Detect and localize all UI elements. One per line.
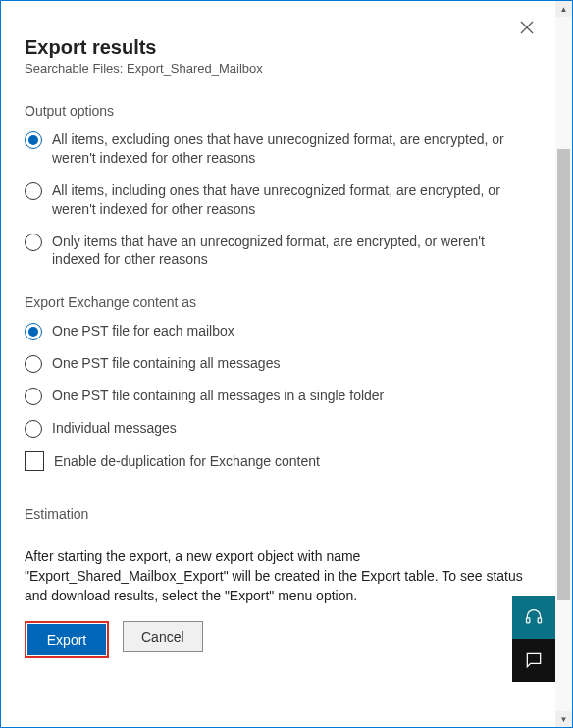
exchange-option-2-label: One PST file containing all messages in … <box>52 387 384 405</box>
exchange-option-0-label: One PST file for each mailbox <box>52 322 234 340</box>
radio-icon <box>25 131 42 149</box>
checkbox-icon <box>25 451 44 471</box>
exchange-option-3-label: Individual messages <box>52 419 177 438</box>
close-icon <box>520 21 534 34</box>
estimation-heading: Estimation <box>25 506 532 522</box>
radio-icon <box>25 355 42 373</box>
vertical-scrollbar[interactable]: ▲ ▼ <box>555 1 572 727</box>
radio-icon <box>25 420 42 438</box>
page-title: Export results <box>25 23 532 59</box>
svg-rect-2 <box>527 618 530 623</box>
exchange-option-3[interactable]: Individual messages <box>25 419 532 438</box>
help-widget[interactable] <box>512 596 555 639</box>
output-option-2[interactable]: Only items that have an unrecognized for… <box>25 233 532 270</box>
exchange-option-2[interactable]: One PST file containing all messages in … <box>25 387 532 405</box>
headset-icon <box>524 607 544 627</box>
radio-icon <box>25 388 42 405</box>
svg-rect-3 <box>538 618 541 623</box>
output-options-heading: Output options <box>25 103 532 119</box>
export-results-panel: Export results Searchable Files: Export_… <box>0 0 573 728</box>
scroll-down-arrow[interactable]: ▼ <box>555 711 572 727</box>
close-button[interactable] <box>516 17 538 38</box>
exchange-option-1-label: One PST file containing all messages <box>52 354 280 373</box>
output-option-1[interactable]: All items, including ones that have unre… <box>25 182 532 219</box>
subtitle-prefix: Searchable Files: <box>25 61 127 76</box>
radio-icon <box>25 323 42 340</box>
scroll-track[interactable] <box>555 17 572 711</box>
exchange-option-1[interactable]: One PST file containing all messages <box>25 354 532 373</box>
radio-icon <box>25 182 42 200</box>
dedup-checkbox-row[interactable]: Enable de-duplication for Exchange conte… <box>25 451 532 471</box>
exchange-content-heading: Export Exchange content as <box>25 294 532 310</box>
page-subtitle: Searchable Files: Export_Shared_Mailbox <box>25 61 532 76</box>
exchange-option-0[interactable]: One PST file for each mailbox <box>25 322 532 340</box>
output-option-0-label: All items, excluding ones that have unre… <box>52 130 532 168</box>
panel-content: Export results Searchable Files: Export_… <box>1 1 555 727</box>
dedup-label: Enable de-duplication for Exchange conte… <box>54 452 320 471</box>
chat-icon <box>524 650 544 670</box>
output-option-2-label: Only items that have an unrecognized for… <box>52 233 532 270</box>
export-button[interactable]: Export <box>27 624 106 655</box>
subtitle-name: Export_Shared_Mailbox <box>127 61 263 76</box>
floating-widgets <box>512 596 555 682</box>
feedback-widget[interactable] <box>512 639 555 682</box>
scroll-thumb[interactable] <box>557 149 570 600</box>
scroll-up-arrow[interactable]: ▲ <box>555 1 572 17</box>
info-text: After starting the export, a new export … <box>25 547 532 605</box>
button-row: Export Cancel <box>25 621 532 658</box>
export-button-highlight: Export <box>25 621 109 658</box>
output-option-1-label: All items, including ones that have unre… <box>52 182 532 219</box>
output-option-0[interactable]: All items, excluding ones that have unre… <box>25 130 532 168</box>
radio-icon <box>25 234 42 251</box>
cancel-button[interactable]: Cancel <box>123 621 203 652</box>
